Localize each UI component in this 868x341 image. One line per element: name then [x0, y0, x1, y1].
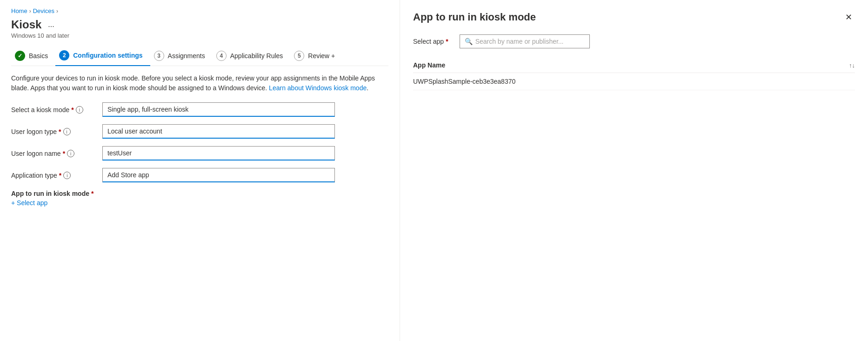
description: Configure your devices to run in kiosk m… [11, 74, 388, 93]
page-title: Kiosk [11, 18, 41, 31]
app-list-item[interactable]: UWPSplashSample-ceb3e3ea8370 [413, 73, 855, 90]
select-app-link[interactable]: Select app [11, 199, 47, 207]
step-applicability[interactable]: 4 Applicability Rules [213, 47, 291, 66]
application-type-label: Application type * i [11, 168, 95, 179]
step-assignments[interactable]: 3 Assignments [150, 47, 213, 66]
app-kiosk-required: * [91, 190, 93, 197]
step-assignments-label: Assignments [168, 52, 205, 60]
user-logon-name-label: User logon name * i [11, 146, 95, 157]
page-subtitle: Windows 10 and later [11, 32, 388, 39]
step-basics[interactable]: ✓ Basics [11, 47, 55, 66]
breadcrumb-sep2: › [56, 8, 58, 14]
right-panel-title: App to run in kiosk mode [413, 11, 536, 23]
kiosk-mode-row: Select a kiosk mode * i [11, 102, 388, 117]
ellipsis-button[interactable]: ... [45, 20, 57, 30]
kiosk-mode-info-icon[interactable]: i [76, 106, 83, 114]
user-logon-type-info-icon[interactable]: i [63, 128, 71, 135]
application-type-info-icon[interactable]: i [63, 172, 71, 179]
app-name-column-header: App Name [413, 61, 845, 69]
application-type-row: Application type * i [11, 168, 388, 182]
app-list: UWPSplashSample-ceb3e3ea8370 [413, 73, 855, 90]
step-applicability-circle: 4 [216, 51, 227, 61]
user-logon-type-row: User logon type * i [11, 124, 388, 139]
kiosk-mode-label: Select a kiosk mode * i [11, 102, 95, 114]
step-assignments-circle: 3 [154, 51, 164, 61]
app-table-header: App Name ↑↓ [413, 58, 855, 73]
user-logon-name-required: * [63, 150, 65, 157]
learn-more-link[interactable]: Learn about Windows kiosk mode [269, 84, 367, 92]
step-applicability-label: Applicability Rules [230, 52, 283, 60]
breadcrumb: Home › Devices › [11, 7, 388, 14]
right-panel: App to run in kiosk mode ✕ Select app * … [400, 0, 868, 341]
user-logon-type-required: * [59, 128, 61, 135]
sort-icon[interactable]: ↑↓ [849, 62, 855, 69]
left-panel: Home › Devices › Kiosk ... Windows 10 an… [0, 0, 400, 341]
user-logon-name-info-icon[interactable]: i [67, 150, 74, 157]
step-basics-label: Basics [29, 52, 48, 60]
breadcrumb-home[interactable]: Home [11, 7, 27, 14]
breadcrumb-devices[interactable]: Devices [33, 7, 54, 14]
close-button[interactable]: ✕ [842, 11, 855, 23]
step-review-label: Review + [308, 52, 335, 60]
search-box: 🔍 [460, 34, 590, 48]
user-logon-type-input[interactable] [102, 124, 335, 139]
step-config-label: Configuration settings [73, 52, 142, 59]
search-input[interactable] [475, 38, 585, 45]
user-logon-name-row: User logon name * i [11, 146, 388, 160]
app-kiosk-section: App to run in kiosk mode * Select app [11, 190, 388, 207]
wizard-steps: ✓ Basics 2 Configuration settings 3 Assi… [11, 47, 388, 66]
select-app-row: Select app * 🔍 [413, 34, 855, 48]
right-panel-header: App to run in kiosk mode ✕ [413, 11, 855, 23]
application-type-required: * [59, 172, 61, 179]
step-basics-circle: ✓ [15, 51, 25, 61]
page-title-row: Kiosk ... [11, 18, 388, 31]
search-icon: 🔍 [465, 38, 473, 45]
select-app-label: Select app * [413, 38, 448, 45]
step-config[interactable]: 2 Configuration settings [55, 47, 150, 66]
kiosk-mode-input[interactable] [102, 102, 335, 117]
step-review[interactable]: 5 Review + [290, 47, 342, 66]
breadcrumb-sep1: › [29, 8, 31, 14]
user-logon-name-input[interactable] [102, 146, 335, 160]
kiosk-mode-required: * [71, 106, 73, 114]
app-kiosk-section-label: App to run in kiosk mode * [11, 190, 388, 197]
step-review-circle: 5 [294, 51, 304, 61]
step-config-circle: 2 [59, 50, 69, 60]
select-app-required: * [446, 38, 448, 45]
user-logon-type-label: User logon type * i [11, 124, 95, 135]
application-type-input[interactable] [102, 168, 335, 182]
